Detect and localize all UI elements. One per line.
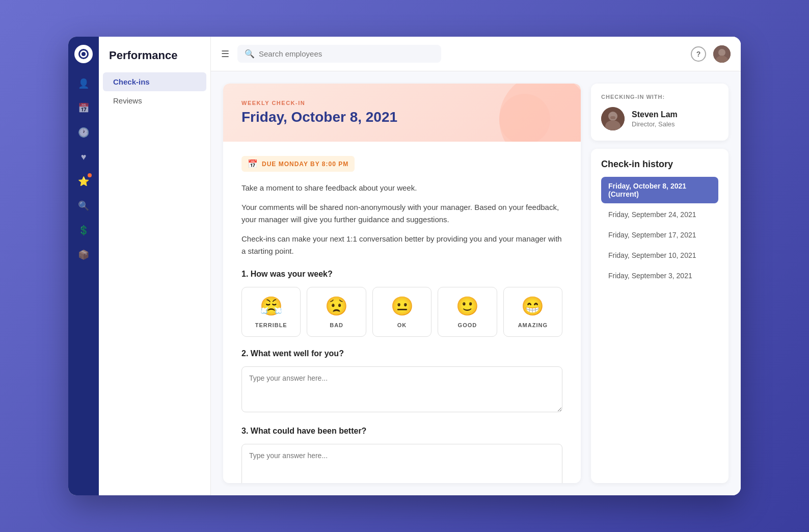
manager-name: Steven Lam: [632, 110, 678, 119]
desc-3: Check-ins can make your next 1:1 convers…: [241, 233, 562, 257]
content-area: WEEKLY CHECK-IN Friday, October 8, 2021 …: [211, 71, 741, 495]
search-input[interactable]: [259, 49, 434, 58]
manager-role: Director, Sales: [632, 120, 678, 128]
bad-label: BAD: [330, 322, 343, 328]
history-item-current[interactable]: Friday, October 8, 2021 (Current): [601, 177, 718, 203]
mood-grid: 😤 TERRIBLE 😟 BAD 😐 OK 🙂: [241, 287, 562, 337]
nav-icon-dollar[interactable]: 💲: [73, 220, 94, 241]
good-emoji: 🙂: [456, 296, 479, 317]
amazing-label: AMAZING: [518, 322, 548, 328]
nav-icon-box[interactable]: 📦: [73, 245, 94, 265]
app-window: 👤 📅 🕐 ♥ ⭐ 🔍 💲 📦 Performance Check-ins Re…: [68, 37, 741, 495]
history-item-1[interactable]: Friday, September 24, 2021: [601, 205, 718, 224]
due-badge: 📅 DUE MONDAY BY 8:00 PM: [241, 156, 355, 172]
history-item-2[interactable]: Friday, September 17, 2021: [601, 226, 718, 244]
sidebar-narrow: 👤 📅 🕐 ♥ ⭐ 🔍 💲 📦: [68, 37, 99, 495]
q2-answer-input[interactable]: [241, 366, 562, 412]
terrible-emoji: 😤: [260, 296, 283, 317]
question-2-title: 2. What went well for you?: [241, 349, 562, 358]
manager-details: Steven Lam Director, Sales: [632, 110, 678, 128]
nav-icon-search-person[interactable]: 🔍: [73, 196, 94, 216]
nav-item-checkins[interactable]: Check-ins: [103, 72, 206, 91]
mood-ok[interactable]: 😐 OK: [372, 287, 432, 337]
checkin-main: WEEKLY CHECK-IN Friday, October 8, 2021 …: [223, 84, 581, 483]
left-panel-nav: Check-ins Reviews: [99, 72, 210, 110]
q3-answer-input[interactable]: [241, 444, 562, 483]
checkin-header: WEEKLY CHECK-IN Friday, October 8, 2021: [223, 84, 581, 142]
menu-icon[interactable]: ☰: [221, 48, 229, 60]
manager-info: Steven Lam Director, Sales: [601, 107, 718, 130]
star-badge: [88, 173, 92, 177]
help-icon[interactable]: ?: [691, 46, 706, 62]
history-item-3[interactable]: Friday, September 10, 2021: [601, 246, 718, 264]
svg-point-1: [718, 49, 725, 56]
checking-with-card: CHECKING-IN WITH: Steven Lam: [591, 84, 729, 141]
desc-1: Take a moment to share feedback about yo…: [241, 182, 562, 194]
top-bar-icons: ?: [691, 45, 731, 63]
nav-icon-clock[interactable]: 🕐: [73, 122, 94, 143]
desc-2: Your comments will be shared non-anonymo…: [241, 201, 562, 226]
checkin-body: 📅 DUE MONDAY BY 8:00 PM Take a moment to…: [223, 142, 581, 483]
mood-terrible[interactable]: 😤 TERRIBLE: [241, 287, 301, 337]
mood-amazing[interactable]: 😁 AMAZING: [503, 287, 562, 337]
bad-emoji: 😟: [325, 296, 348, 317]
ok-emoji: 😐: [391, 296, 414, 317]
mood-good[interactable]: 🙂 GOOD: [438, 287, 497, 337]
nav-icon-heart[interactable]: ♥: [73, 147, 94, 167]
search-icon: 🔍: [245, 49, 255, 59]
left-panel-title: Performance: [99, 49, 210, 72]
user-avatar[interactable]: [713, 45, 731, 63]
history-title: Check-in history: [601, 159, 718, 170]
amazing-emoji: 😁: [521, 296, 544, 317]
good-label: GOOD: [458, 322, 477, 328]
checking-with-label: CHECKING-IN WITH:: [601, 94, 718, 100]
nav-icon-star[interactable]: ⭐: [73, 171, 94, 192]
mood-bad[interactable]: 😟 BAD: [307, 287, 366, 337]
search-bar[interactable]: 🔍: [237, 45, 441, 63]
history-item-4[interactable]: Friday, September 3, 2021: [601, 267, 718, 285]
main-area: ☰ 🔍 ?: [211, 37, 741, 495]
history-card: Check-in history Friday, October 8, 2021…: [591, 149, 729, 483]
calendar-icon: 📅: [248, 159, 258, 169]
svg-rect-6: [610, 116, 615, 119]
nav-item-reviews[interactable]: Reviews: [103, 91, 206, 110]
question-3-title: 3. What could have been better?: [241, 427, 562, 436]
nav-icon-calendar[interactable]: 📅: [73, 98, 94, 118]
nav-icon-people[interactable]: 👤: [73, 73, 94, 94]
terrible-label: TERRIBLE: [255, 322, 287, 328]
left-panel: Performance Check-ins Reviews: [99, 37, 211, 495]
top-bar: ☰ 🔍 ?: [211, 37, 741, 71]
question-1-title: 1. How was your week?: [241, 270, 562, 279]
manager-avatar: [601, 107, 625, 130]
app-logo: [74, 45, 93, 63]
ok-label: OK: [397, 322, 407, 328]
checkin-sidebar: CHECKING-IN WITH: Steven Lam: [591, 84, 729, 483]
due-text: DUE MONDAY BY 8:00 PM: [262, 161, 348, 168]
